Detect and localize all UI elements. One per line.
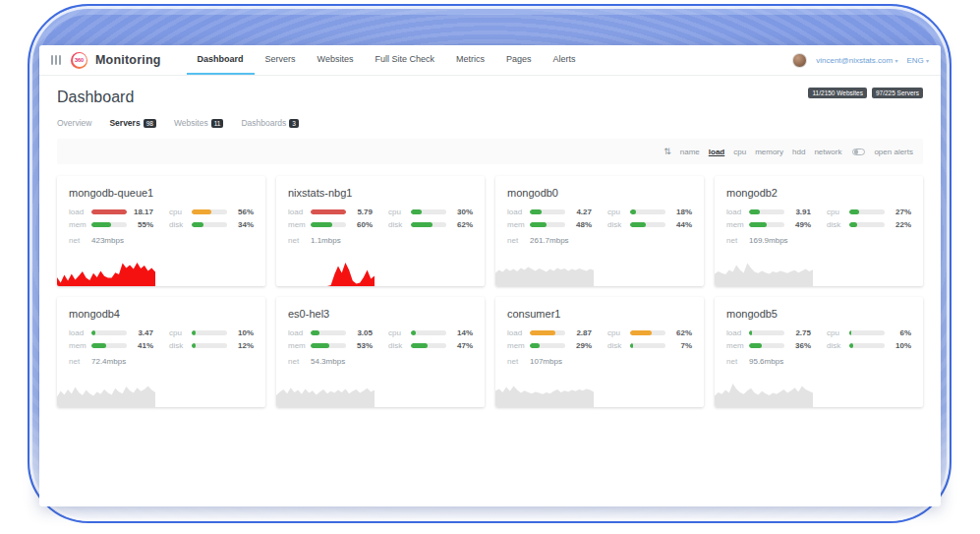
subtab-servers[interactable]: Servers98 (109, 118, 155, 128)
server-card[interactable]: mongodb-queue1 load 18.17 cpu 56% mem 55… (57, 176, 265, 286)
cpu-metric: cpu 10% (169, 328, 254, 337)
cpu-bar (411, 330, 446, 335)
server-card[interactable]: mongodb5 load 2.75 cpu 6% mem 36% disk 1… (715, 297, 923, 407)
disk-metric: disk 34% (169, 220, 254, 229)
subtab-websites-count: 11 (211, 119, 224, 128)
open-alerts-toggle[interactable] (852, 148, 865, 155)
mem-label: mem (507, 220, 530, 229)
sort-by-load[interactable]: load (709, 148, 724, 156)
server-card[interactable]: mongodb0 load 4.27 cpu 18% mem 48% disk … (495, 176, 704, 286)
disk-metric: disk 44% (607, 220, 692, 229)
mem-metric: mem 49% (726, 220, 811, 229)
disk-metric: disk 22% (827, 220, 911, 229)
disk-bar (630, 343, 665, 348)
mem-label: mem (726, 341, 749, 350)
server-card[interactable]: consumer1 load 2.87 cpu 62% mem 29% disk… (495, 297, 704, 407)
server-card[interactable]: mongodb4 load 3.47 cpu 10% mem 41% disk … (57, 297, 265, 407)
disk-value: 22% (885, 220, 911, 229)
server-metrics: load 3.47 cpu 10% mem 41% disk 12% (57, 328, 265, 350)
server-name: mongodb-queue1 (57, 176, 265, 208)
load-metric: load 2.87 (507, 328, 592, 337)
server-metrics: load 5.79 cpu 30% mem 60% disk 62% (276, 208, 485, 229)
tab-metrics[interactable]: Metrics (445, 45, 495, 75)
subtab-websites[interactable]: Websites11 (174, 118, 224, 128)
server-metrics: load 2.75 cpu 6% mem 36% disk 10% (715, 328, 923, 350)
servers-count-badge[interactable]: 97/225 Servers (872, 88, 923, 98)
logo-360-icon[interactable]: 360 (71, 52, 87, 69)
disk-metric: disk 7% (607, 341, 692, 350)
cpu-label: cpu (607, 328, 630, 337)
net-value: 72.4mbps (91, 357, 126, 366)
cpu-value: 56% (227, 208, 254, 216)
sort-by-network[interactable]: network (814, 148, 841, 156)
tab-pages[interactable]: Pages (495, 45, 543, 75)
subtab-overview[interactable]: Overview (57, 118, 91, 128)
disk-value: 47% (446, 341, 473, 350)
disk-bar (411, 343, 446, 348)
load-bar (91, 330, 127, 335)
disk-label: disk (827, 341, 849, 350)
subtab-dashboards[interactable]: Dashboards3 (241, 118, 298, 128)
language-menu[interactable]: ENG ▾ (906, 56, 929, 65)
tab-dashboard[interactable]: Dashboard (187, 45, 255, 75)
net-value: 261.7mbps (530, 236, 569, 245)
mem-bar (530, 343, 565, 348)
subtab-servers-count: 98 (144, 119, 156, 128)
load-value: 18.17 (127, 208, 153, 216)
tab-servers[interactable]: Servers (255, 45, 307, 75)
cpu-bar (192, 330, 227, 335)
server-card[interactable]: nixstats-nbg1 load 5.79 cpu 30% mem 60% … (276, 176, 485, 286)
mem-metric: mem 53% (288, 341, 373, 350)
net-metric: net 261.7mbps (495, 229, 704, 245)
server-card[interactable]: mongodb2 load 3.91 cpu 27% mem 49% disk … (715, 176, 923, 286)
server-name: nixstats-nbg1 (276, 176, 485, 208)
cpu-bar (411, 209, 446, 214)
tab-alerts[interactable]: Alerts (543, 45, 587, 75)
mem-label: mem (726, 220, 749, 229)
sort-arrows-icon[interactable]: ⇅ (663, 147, 671, 156)
load-metric: load 2.75 (726, 328, 811, 337)
load-label: load (726, 208, 749, 216)
cpu-value: 27% (885, 208, 911, 216)
load-metric: load 3.91 (726, 208, 811, 216)
websites-count-badge[interactable]: 11/2150 Websites (808, 88, 866, 98)
load-value: 3.91 (784, 208, 811, 216)
logo-text[interactable]: Monitoring (95, 53, 161, 67)
nav-tabs: Dashboard Servers Websites Full Site Che… (187, 45, 587, 75)
open-alerts-label[interactable]: open alerts (874, 148, 913, 156)
net-label: net (288, 236, 311, 245)
server-name: mongodb2 (715, 176, 923, 208)
mem-label: mem (69, 220, 91, 229)
apps-grid-icon[interactable] (51, 55, 61, 65)
sort-by-cpu[interactable]: cpu (733, 148, 746, 156)
net-metric: net 95.6mbps (715, 350, 923, 366)
tab-full-site-check[interactable]: Full Site Check (364, 45, 445, 75)
disk-bar (411, 222, 446, 227)
cpu-label: cpu (827, 208, 849, 216)
sort-by-hdd[interactable]: hdd (792, 148, 805, 156)
server-name: mongodb4 (57, 297, 265, 328)
load-value: 4.27 (565, 208, 592, 216)
user-avatar[interactable] (792, 53, 807, 68)
load-metric: load 4.27 (507, 208, 592, 216)
disk-metric: disk 62% (388, 220, 473, 229)
server-grid: mongodb-queue1 load 18.17 cpu 56% mem 55… (57, 176, 923, 407)
tab-websites[interactable]: Websites (307, 45, 365, 75)
sort-by-memory[interactable]: memory (755, 148, 783, 156)
mem-bar (749, 222, 784, 227)
sort-by-name[interactable]: name (680, 148, 700, 156)
disk-label: disk (607, 220, 630, 229)
disk-label: disk (388, 341, 411, 350)
mem-value: 48% (565, 220, 592, 229)
cpu-metric: cpu 6% (827, 328, 911, 337)
load-label: load (288, 208, 311, 216)
disk-value: 10% (885, 341, 911, 350)
mem-metric: mem 60% (288, 220, 373, 229)
net-value: 423mbps (91, 236, 124, 245)
net-label: net (507, 357, 530, 366)
user-email-menu[interactable]: vincent@nixstats.com ▾ (816, 56, 897, 65)
load-bar (749, 209, 784, 214)
server-card[interactable]: es0-hel3 load 3.05 cpu 14% mem 53% disk … (276, 297, 485, 407)
network-sparkline (276, 257, 375, 286)
load-bar (749, 330, 784, 335)
